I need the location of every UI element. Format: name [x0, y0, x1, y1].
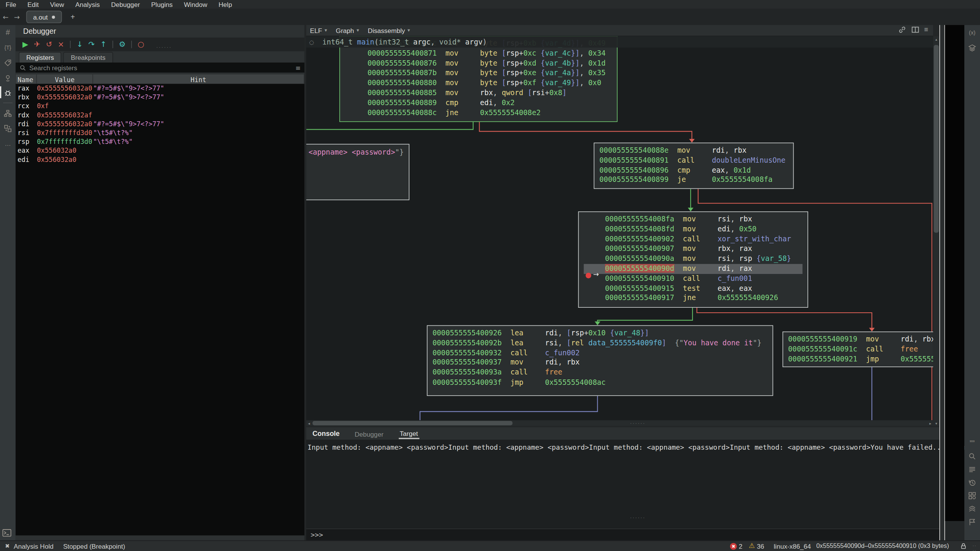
instruction-row[interactable]: 0000555555400910 call c_fun001 [584, 274, 803, 284]
hscroll-thumb[interactable] [312, 421, 513, 425]
resize-grip-icon[interactable]: ···· [972, 544, 977, 551]
types-icon[interactable]: {T} [0, 40, 16, 55]
scroll-up-icon[interactable]: ▴ [933, 37, 939, 41]
instruction-row[interactable]: 0000555555400915 test eax, eax [584, 284, 803, 294]
menu-plugins[interactable]: Plugins [146, 1, 179, 8]
console-tab-debugger[interactable]: Debugger [354, 429, 385, 438]
link-icon[interactable] [898, 26, 906, 35]
instruction-row[interactable]: 0000555555400932 call c_fun002 [432, 348, 768, 358]
register-row-eax[interactable]: eax0x556032a0 [16, 146, 304, 155]
breakpoint-button[interactable]: ○ [136, 39, 146, 50]
tab-a-out[interactable]: a.out [26, 11, 62, 23]
analysis-cancel-icon[interactable]: ✖ [5, 543, 10, 549]
lock-icon[interactable] [960, 542, 967, 551]
console-tab-target[interactable]: Target [398, 428, 419, 439]
block-0x871[interactable]: 000055555540086c mov byte [rsp+0xb {var_… [339, 36, 617, 122]
menu-view[interactable]: View [44, 1, 70, 8]
menu-file[interactable]: File [0, 1, 22, 8]
view-dropdown-disassembly[interactable]: Disassembly▾ [368, 26, 410, 34]
step-over-button[interactable]: ↷ [86, 39, 97, 50]
scroll-right-icon[interactable]: ▸ [927, 421, 933, 425]
instruction-row[interactable]: 0000555555400926 lea rdi, [rsp+0x10 {var… [432, 328, 768, 338]
instruction-row[interactable]: 000055555540092b lea rsi, [rel data_5555… [432, 338, 768, 348]
warning-count[interactable]: 36 [757, 542, 764, 550]
menu-window[interactable]: Window [178, 1, 213, 8]
graph-console-splitter[interactable]: ······ [630, 420, 646, 426]
graph-vertical-scrollbar[interactable]: ▴ ▾ [933, 36, 939, 426]
register-row-rcx[interactable]: rcx0xf [16, 102, 304, 111]
instruction-row[interactable]: 000055555540091c call free [788, 345, 933, 355]
pane-splitter[interactable] [939, 25, 945, 540]
register-row-rdi[interactable]: rdi0x5555556032a0"#?=5#$\"9>7<?>77" [16, 119, 304, 128]
restart-button[interactable]: ↺ [44, 39, 54, 50]
view-menu-icon[interactable]: ≡ [924, 26, 928, 35]
console-input[interactable]: >>> [306, 528, 939, 540]
strings-icon[interactable]: ”” [964, 437, 980, 450]
back-button[interactable]: ← [0, 13, 11, 21]
instruction-row[interactable]: 00005555554008fd mov edi, 0x50 [584, 224, 803, 234]
bookmarks-icon[interactable] [0, 70, 16, 85]
instruction-row[interactable]: 000055555540093f jmp 0x5555554008ac [432, 378, 768, 388]
cross-references-icon[interactable] [0, 121, 16, 136]
view-dropdown-graph[interactable]: Graph▾ [336, 26, 359, 34]
register-row-rsp[interactable]: rsp0x7fffffffd3d0"\t5#\t?%" [16, 137, 304, 146]
scroll-down-icon[interactable]: ▾ [933, 421, 939, 425]
instruction-row[interactable]: 0000555555400899 je 0x5555554008fa [599, 175, 788, 185]
log-icon[interactable] [964, 463, 980, 476]
kill-button[interactable]: × [56, 39, 66, 50]
history-icon[interactable] [964, 476, 980, 489]
instruction-row[interactable]: 0000555555400902 call xor_str_with_char [584, 234, 803, 244]
warning-icon[interactable]: ⚠ [749, 542, 755, 550]
error-count-icon[interactable]: ✖ [730, 543, 737, 550]
block-0x926[interactable]: 0000555555400926 lea rdi, [rsp+0x10 {var… [427, 325, 773, 396]
hierarchy-icon[interactable] [0, 106, 16, 120]
register-row-rsi[interactable]: rsi0x7fffffffd3d0"\t5#\t?%" [16, 128, 304, 137]
terminal-icon[interactable] [2, 528, 13, 538]
register-row-rbx[interactable]: rbx0x5555556032a0"#?=5#$\"9>7<?>77" [16, 93, 304, 102]
plugins-icon[interactable] [964, 489, 980, 502]
settings-button[interactable]: ⚙ [117, 39, 128, 50]
block-0x88e[interactable]: 000055555540088e mov rdi, rbx00005555554… [594, 143, 794, 189]
instruction-row[interactable]: 0000555555400917 jne 0x555555400926 [584, 294, 803, 304]
instruction-row[interactable]: 0000555555400880 mov byte [rsp+0xf {var_… [367, 78, 612, 88]
register-row-rax[interactable]: rax0x5555556032a0"#?=5#$\"9>7<?>77" [16, 84, 304, 92]
find-icon[interactable] [964, 450, 980, 463]
disassembly-graph[interactable]: ◌ int64_t main(int32_t argc, void* argv)… [306, 36, 933, 421]
more-icon[interactable]: … [0, 136, 16, 151]
step-return-button[interactable]: ↑ [98, 39, 109, 50]
register-search[interactable]: Search registers ≡ [16, 63, 304, 73]
resume-button[interactable]: ▶ [20, 39, 31, 50]
menu-edit[interactable]: Edit [22, 1, 44, 8]
register-row-rdx[interactable]: rdx0x5555556032af [16, 111, 304, 119]
scroll-left-icon[interactable]: ◂ [306, 421, 312, 425]
tab-registers[interactable]: Registers [19, 52, 61, 63]
debugger-icon[interactable] [0, 85, 16, 100]
vscroll-thumb[interactable] [934, 45, 939, 233]
split-view-icon[interactable] [911, 26, 919, 35]
symbols-icon[interactable]: # [0, 25, 16, 40]
search-options-icon[interactable]: ≡ [295, 64, 301, 71]
error-count[interactable]: 2 [739, 542, 743, 550]
menu-debugger[interactable]: Debugger [105, 1, 146, 8]
register-row-edi[interactable]: edi0x556032a0 [16, 155, 304, 163]
instruction-row[interactable]: →000055555540090d mov rdi, rax [584, 264, 803, 274]
instruction-row[interactable]: 000055555540088c jne 0x5555554008e2 [367, 108, 612, 118]
instruction-row[interactable]: 0000555555400876 mov byte [rsp+0xd {var_… [367, 59, 612, 69]
instruction-row[interactable]: 0000555555400891 call doubleLenMinusOne [599, 156, 788, 166]
launch-button[interactable]: ✈ [32, 39, 43, 50]
variables-icon[interactable]: (x) [964, 25, 980, 40]
instruction-row[interactable]: 0000555555400889 cmp edi, 0x2 [367, 98, 612, 108]
tab-breakpoints[interactable]: Breakpoints [63, 52, 113, 63]
layers-icon[interactable] [964, 40, 980, 55]
stack-icon[interactable] [964, 502, 980, 515]
tag-icon[interactable] [0, 55, 16, 70]
block-0x919[interactable]: 0000555555400919 mov rdi, rbx00005555554… [783, 332, 933, 367]
instruction-row[interactable]: 0000555555400919 mov rdi, rbx [788, 335, 933, 345]
console-input-splitter[interactable]: ······ [630, 515, 646, 521]
step-into-button[interactable]: ↓ [74, 39, 85, 50]
menu-analysis[interactable]: Analysis [70, 1, 105, 8]
instruction-row[interactable]: 0000555555400907 mov rbx, rax [584, 244, 803, 254]
forward-button[interactable]: → [11, 13, 22, 21]
panel-drag-handle[interactable]: ······ [156, 45, 172, 50]
instruction-row[interactable]: 00005555554008fa mov rsi, rbx [584, 214, 803, 224]
